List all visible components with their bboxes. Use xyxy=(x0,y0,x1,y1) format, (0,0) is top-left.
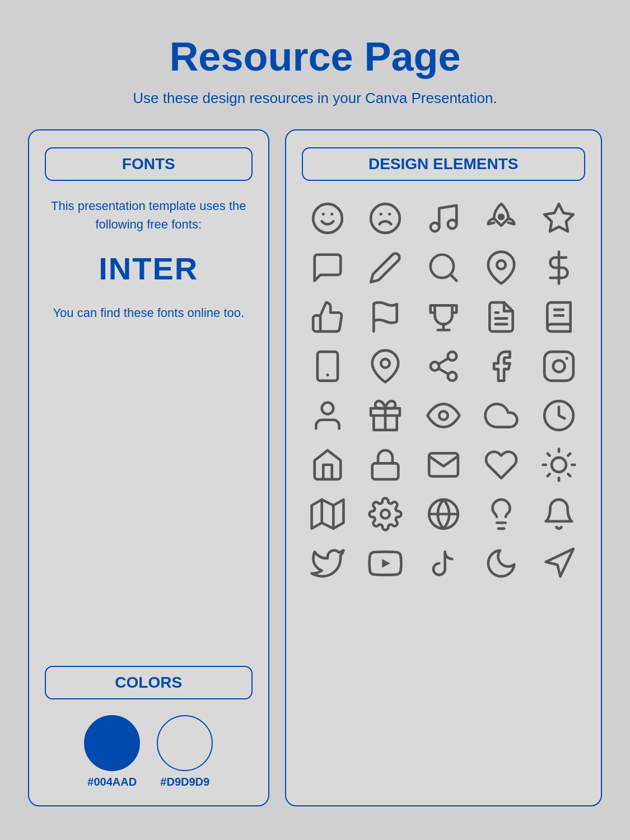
swatch-blue: #004AAD xyxy=(84,715,140,788)
icon-twitter xyxy=(302,542,354,585)
icon-tiktok xyxy=(417,542,469,585)
icons-grid xyxy=(302,197,586,585)
icon-lightbulb xyxy=(475,492,527,536)
icon-moon xyxy=(475,542,527,585)
svg-point-3 xyxy=(371,204,400,233)
svg-rect-27 xyxy=(545,352,574,381)
fonts-description: This presentation template uses the foll… xyxy=(45,197,253,234)
swatch-gray: #D9D9D9 xyxy=(157,715,213,788)
icon-sun xyxy=(533,443,585,487)
main-columns: FONTS This presentation template uses th… xyxy=(28,129,602,806)
design-elements-label: DESIGN ELEMENTS xyxy=(302,147,586,181)
icon-star xyxy=(533,197,585,240)
icon-sad xyxy=(360,197,412,240)
page-subtitle: Use these design resources in your Canva… xyxy=(133,90,497,107)
icon-pencil xyxy=(360,246,412,290)
icon-eye xyxy=(417,394,469,437)
icon-youtube xyxy=(360,542,412,585)
fonts-label: FONTS xyxy=(45,147,253,181)
svg-line-42 xyxy=(548,474,550,476)
fonts-panel: FONTS This presentation template uses th… xyxy=(28,129,269,806)
icon-bell xyxy=(533,492,585,536)
colors-section: COLORS #004AAD #D9D9D9 xyxy=(45,666,253,788)
svg-marker-44 xyxy=(312,500,344,529)
icon-search xyxy=(417,246,469,290)
swatch-circle-gray xyxy=(157,715,213,771)
svg-point-8 xyxy=(499,215,503,220)
svg-marker-52 xyxy=(382,559,391,568)
svg-marker-9 xyxy=(545,204,574,231)
icon-heart xyxy=(475,443,527,487)
colors-swatches: #004AAD #D9D9D9 xyxy=(45,715,253,788)
colors-label: COLORS xyxy=(45,666,253,699)
icon-lock xyxy=(360,443,412,487)
swatch-label-blue: #004AAD xyxy=(87,776,137,788)
icon-user xyxy=(302,394,354,437)
icon-pin xyxy=(475,246,527,290)
svg-line-11 xyxy=(450,274,456,281)
svg-point-6 xyxy=(430,223,439,232)
icon-megaphone xyxy=(533,542,585,585)
svg-point-47 xyxy=(381,510,390,519)
icon-globe xyxy=(417,492,469,536)
svg-point-29 xyxy=(322,403,334,414)
icon-share xyxy=(417,344,469,388)
icon-location xyxy=(360,344,412,388)
icon-rocket xyxy=(475,197,527,240)
svg-line-39 xyxy=(568,474,571,476)
icon-home xyxy=(302,443,354,487)
icon-facebook xyxy=(475,344,527,388)
svg-line-43 xyxy=(568,454,571,456)
icon-cloud xyxy=(475,394,527,437)
icon-trophy xyxy=(417,295,469,339)
icon-chat xyxy=(302,246,354,290)
svg-point-0 xyxy=(313,204,342,233)
font-name: INTER xyxy=(99,250,198,287)
icon-instagram xyxy=(533,344,585,388)
icon-smile xyxy=(302,197,354,240)
fonts-note: You can find these fonts online too. xyxy=(53,304,244,322)
svg-line-38 xyxy=(548,454,550,456)
icon-phone xyxy=(302,344,354,388)
svg-line-26 xyxy=(438,358,449,364)
svg-point-35 xyxy=(552,458,566,472)
svg-line-25 xyxy=(438,368,449,374)
icon-map xyxy=(302,492,354,536)
page-title: Resource Page xyxy=(169,34,460,80)
swatch-label-gray: #D9D9D9 xyxy=(160,776,209,788)
icon-flag xyxy=(360,295,412,339)
icon-music xyxy=(417,197,469,240)
svg-point-21 xyxy=(381,359,390,368)
svg-point-32 xyxy=(439,411,448,420)
icon-book xyxy=(533,295,585,339)
icon-document xyxy=(475,295,527,339)
icon-thumbsup xyxy=(302,295,354,339)
icon-settings xyxy=(360,492,412,536)
svg-rect-34 xyxy=(372,463,399,479)
icon-gift xyxy=(360,394,412,437)
icon-placeholder5 xyxy=(533,246,585,290)
swatch-circle-blue xyxy=(84,715,140,771)
svg-point-12 xyxy=(497,260,506,269)
icon-mail xyxy=(417,443,469,487)
design-elements-panel: DESIGN ELEMENTS xyxy=(285,129,603,806)
icon-clock xyxy=(533,394,585,437)
